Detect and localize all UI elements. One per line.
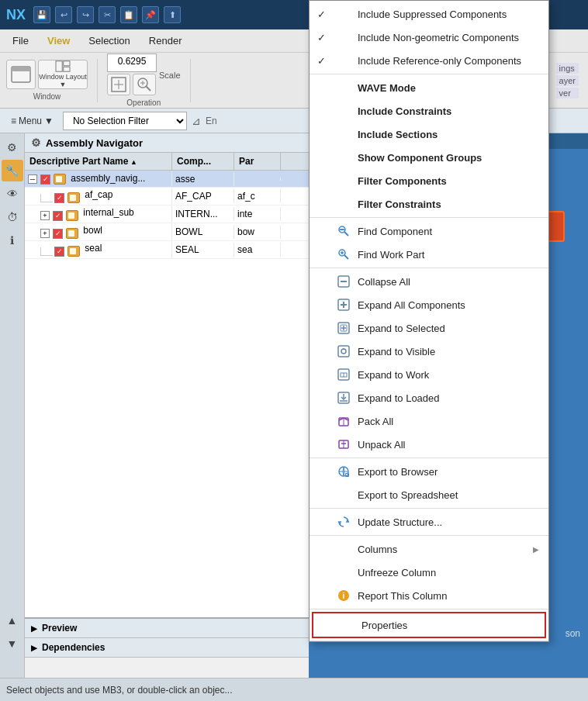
ctx-export-browser[interactable]: Export to Browser: [310, 460, 548, 483]
fit-button[interactable]: [107, 74, 130, 95]
ver-label[interactable]: ver: [556, 88, 579, 98]
menu-render[interactable]: Render: [140, 32, 192, 50]
dependencies-header[interactable]: ▶ Dependencies: [25, 638, 315, 657]
menu-selection[interactable]: Selection: [79, 32, 139, 50]
redo-icon[interactable]: ↪: [77, 6, 94, 23]
ayer-label[interactable]: ayer: [556, 75, 579, 86]
row0-expand[interactable]: ─: [28, 174, 37, 184]
ctx-include-refonly[interactable]: ✓ Include Reference-only Components: [310, 49, 548, 72]
sidebar-view[interactable]: 👁: [2, 183, 23, 205]
ctx-export-spreadsheet[interactable]: Export to Spreadsheet: [310, 483, 548, 506]
row2-indent: +: [28, 210, 81, 221]
label-expand-loaded: Expand to Loaded: [358, 392, 539, 404]
ctx-expand-loaded[interactable]: Expand to Loaded: [310, 386, 548, 409]
ctx-unfreeze-column[interactable]: Unfreeze Column: [310, 561, 548, 584]
ctx-expand-visible[interactable]: Expand to Visible: [310, 340, 548, 363]
filter-icon[interactable]: ⊿: [192, 115, 201, 127]
ings-label[interactable]: ings: [556, 63, 579, 74]
label-show-groups: Show Component Groups: [358, 152, 539, 164]
ctx-show-groups[interactable]: Show Component Groups: [310, 146, 548, 169]
collapse-all-icon: [336, 274, 351, 289]
row4-checkbox[interactable]: [54, 247, 64, 257]
ctx-report-column[interactable]: i Report This Column: [310, 584, 548, 607]
sidebar-up[interactable]: ▲: [2, 609, 23, 631]
row0-indent: ─: [28, 174, 68, 185]
ctx-include-suppressed[interactable]: ✓ Include Suppressed Components: [310, 2, 548, 26]
ctx-expand-work[interactable]: Expand to Work: [310, 363, 548, 386]
row4-par: sea: [234, 243, 281, 257]
paste-icon[interactable]: 📌: [142, 6, 159, 23]
save-icon[interactable]: 💾: [33, 6, 50, 23]
ctx-include-sections[interactable]: Include Sections: [310, 123, 548, 146]
label-columns: Columns: [358, 544, 527, 555]
dependencies-arrow: ▶: [31, 644, 37, 652]
nav-title: Assembly Navigator: [46, 137, 143, 149]
sidebar-info[interactable]: ℹ: [2, 230, 23, 251]
row3-checkbox[interactable]: [53, 229, 63, 239]
label-find-component: Find Component: [358, 226, 539, 237]
ctx-filter-components[interactable]: Filter Components: [310, 169, 548, 192]
copy-icon[interactable]: 📋: [120, 6, 137, 23]
row1-icon: [67, 192, 80, 203]
sidebar-history[interactable]: ⏱: [2, 206, 23, 228]
svg-rect-4: [64, 67, 70, 71]
undo-icon[interactable]: ↩: [55, 6, 72, 23]
sidebar-down[interactable]: ▼: [2, 633, 23, 654]
col-comp-header[interactable]: Comp...: [172, 153, 234, 170]
svg-rect-2: [56, 61, 62, 72]
table-row[interactable]: + internal_sub INTERN... inte: [25, 205, 315, 223]
ctx-section-include: ✓ Include Suppressed Components ✓ Includ…: [310, 1, 548, 74]
ctx-include-constraints[interactable]: Include Constraints: [310, 99, 548, 123]
ctx-collapse-all[interactable]: Collapse All: [310, 270, 548, 293]
ctx-update-structure[interactable]: Update Structure...: [310, 510, 548, 534]
ctx-find-work-part[interactable]: Find Work Part: [310, 243, 548, 266]
ctx-include-nongeometric[interactable]: ✓ Include Non-geometric Components: [310, 26, 548, 49]
ctx-columns[interactable]: Columns ▶: [310, 537, 548, 561]
ctx-pack-all[interactable]: Pack All: [310, 409, 548, 433]
export-browser-icon: [336, 464, 351, 479]
sidebar-settings[interactable]: ⚙: [2, 136, 23, 158]
window-layout-button[interactable]: Window Layout ▼: [38, 60, 88, 89]
row0-icon: [54, 174, 66, 185]
table-row[interactable]: + bowl BOWL bow: [25, 223, 315, 241]
ctx-section-properties: Properties: [310, 609, 548, 641]
window-group-label: Window: [33, 92, 61, 101]
preview-header[interactable]: ▶ Preview: [25, 619, 315, 637]
scale-value[interactable]: 0.6295: [107, 54, 157, 72]
ctx-wave-mode[interactable]: WAVE Mode: [310, 76, 548, 99]
export-spreadsheet-icon: [336, 487, 351, 502]
selection-filter-dropdown[interactable]: No Selection Filter: [63, 112, 187, 130]
col-name-header[interactable]: Descriptive Part Name: [25, 153, 172, 170]
assembly-navigator-panel: ⚙ Assembly Navigator Descriptive Part Na…: [25, 133, 316, 678]
ctx-properties[interactable]: Properties: [312, 612, 546, 638]
cut-icon[interactable]: ✂: [99, 6, 116, 23]
row1-checkbox[interactable]: [54, 193, 64, 203]
icon-wave-mode: [336, 80, 351, 95]
ctx-find-component[interactable]: Find Component: [310, 219, 548, 243]
label-update-structure: Update Structure...: [358, 516, 539, 528]
row1-par: af_c: [234, 189, 281, 203]
nav-settings-icon[interactable]: ⚙: [31, 136, 41, 149]
row3-name: bowl: [83, 225, 102, 236]
sidebar-assembly[interactable]: 🔧: [2, 160, 23, 181]
row2-checkbox[interactable]: [53, 211, 63, 221]
menu-button[interactable]: ≡ Menu ▼: [6, 114, 58, 128]
menu-file[interactable]: File: [3, 32, 38, 50]
row3-expand[interactable]: +: [40, 229, 50, 238]
col-par-header[interactable]: Par: [234, 153, 281, 170]
zoom-button[interactable]: [133, 74, 156, 95]
ctx-filter-constraints[interactable]: Filter Constraints: [310, 192, 548, 216]
row2-name: internal_sub: [83, 207, 133, 218]
ctx-expand-selected[interactable]: Expand to Selected: [310, 316, 548, 340]
ctx-expand-all[interactable]: Expand All Components: [310, 293, 548, 316]
ctx-unpack-all[interactable]: Unpack All: [310, 433, 548, 456]
table-row[interactable]: af_cap AF_CAP af_c: [25, 188, 315, 205]
table-row[interactable]: ─ assembly_navig... asse: [25, 171, 315, 188]
window-button[interactable]: [6, 60, 36, 89]
row2-expand[interactable]: +: [40, 211, 50, 220]
menu-view[interactable]: View: [38, 32, 79, 50]
export-icon[interactable]: ⬆: [164, 6, 181, 23]
table-row[interactable]: seal SEAL sea: [25, 241, 315, 259]
svg-line-9: [146, 86, 150, 91]
row0-checkbox[interactable]: [40, 174, 50, 185]
